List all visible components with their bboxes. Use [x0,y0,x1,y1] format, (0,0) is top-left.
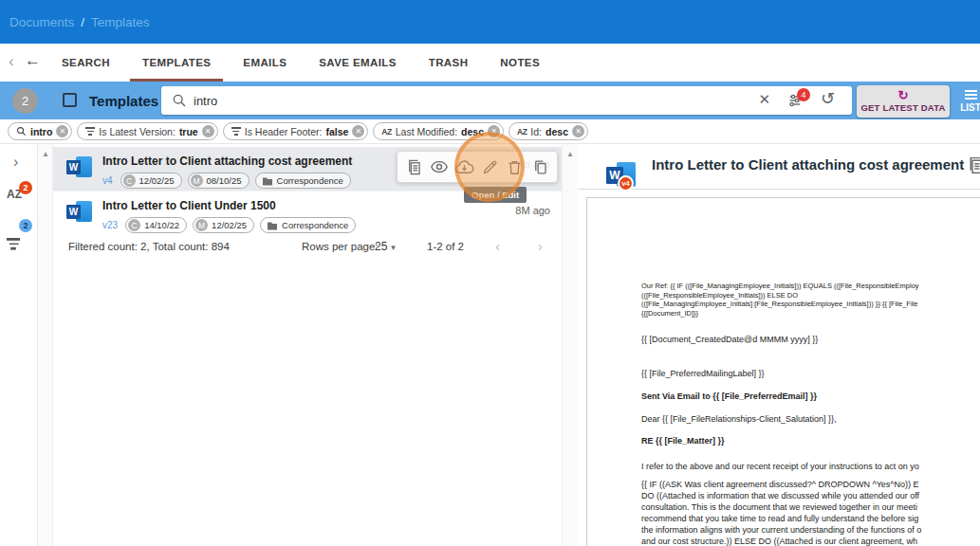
search-input-box[interactable]: ✕ 4 ↺ [161,86,852,115]
list-scrollbar[interactable]: ▲ [562,144,577,546]
list-footer: Filtered count: 2, Total count: 894 Rows… [53,234,562,261]
category-chip: Correspondence [260,217,356,233]
version-badge: v4 [618,175,634,191]
folder-icon [262,176,273,186]
filter-icon [7,238,20,249]
rows-per-page-select[interactable]: 25▾ [375,240,396,253]
category-chip: Correspondence [255,173,351,189]
chip-query[interactable]: intro ✕ [8,122,72,140]
copy-icon [531,158,549,176]
back-arrow-icon[interactable]: ← [25,51,41,70]
chip-is-latest-version[interactable]: Is Latest Version:true ✕ [77,122,217,140]
chip-is-header-footer[interactable]: Is Header Footer:false ✕ [223,122,369,140]
document-content: Our Ref: {{ IF (([File_ManagingEmployee_… [641,282,980,546]
filter-settings-icon[interactable]: 4 [787,93,803,108]
scroll-up-icon[interactable]: ▲ [38,150,53,158]
preview-header: W v4 Intro Letter to Client attaching co… [578,144,980,190]
search-input[interactable] [194,86,611,115]
page-title: Templates [89,82,158,119]
tab-templates[interactable]: TEMPLATES [126,44,227,82]
remove-chip-icon[interactable]: ✕ [202,125,214,137]
modified-date-chip: M 12/02/25 [193,217,254,233]
remove-chip-icon[interactable]: ✕ [352,125,364,137]
top-bar: Documents / Templates [0,0,980,44]
selected-count-badge: 2 [12,88,38,114]
copy-content-button[interactable] [402,155,425,178]
scroll-up-icon[interactable]: ▲ [563,150,578,158]
preview-button[interactable] [428,155,451,178]
next-page-icon[interactable]: › [538,238,543,254]
template-title: Intro Letter to Client Under 1500 [102,199,356,212]
copy-content-button[interactable] [966,155,980,175]
search-icon [172,93,187,108]
trash-icon [506,158,524,176]
sort-alpha-icon: AZ [381,127,391,136]
chevron-down-icon: ▾ [391,243,396,252]
filter-chips-row: intro ✕ Is Latest Version:true ✕ Is Head… [0,119,980,144]
tab-notes[interactable]: NOTES [484,44,556,82]
breadcrumb-separator: / [81,15,84,29]
breadcrumb-documents[interactable]: Documents [9,15,74,29]
select-all-checkbox[interactable] [63,93,77,107]
sort-count-badge: 2 [19,181,32,194]
chip-id[interactable]: AZ Id:desc ✕ [508,122,588,140]
pencil-icon [481,158,499,176]
word-file-icon: W [66,201,92,224]
list-icon [965,90,977,100]
created-date-chip: C 14/10/22 [125,217,187,233]
get-latest-data-button[interactable]: ↻ GET LATEST DATA [857,85,950,118]
filter-icon [231,127,241,136]
open-edit-tooltip: Open / Edit [464,187,527,203]
preview-title: Intro Letter to Client attaching cost ag… [652,156,964,173]
filter-count-badge: 2 [19,219,32,232]
collapse-chevron-icon[interactable]: ‹ [9,52,14,71]
result-counts: Filtered count: 2, Total count: 894 [68,241,230,252]
delete-button[interactable] [504,155,527,178]
chip-last-modified[interactable]: AZ Last Modified:desc ✕ [373,122,504,140]
cloud-download-icon [454,157,474,177]
breadcrumb: Documents / Templates [9,0,150,44]
tab-search[interactable]: SEARCH [46,44,126,82]
previous-page-icon[interactable]: ‹ [495,238,500,254]
document-lines-icon [405,158,423,176]
tab-save-emails[interactable]: SAVE EMAILS [303,44,413,82]
edit-button[interactable] [478,155,501,178]
tab-bar: ‹ ← SEARCH TEMPLATES EMAILS SAVE EMAILS … [0,44,980,82]
clear-search-icon[interactable]: ✕ [758,91,770,108]
refresh-icon: ↻ [898,90,909,101]
results-list: W Intro Letter to Client attaching cost … [53,144,562,546]
preview-panel: W v4 Intro Letter to Client attaching co… [578,144,980,546]
left-scrollbar[interactable]: ▲ [38,144,53,546]
expand-sidebar-icon[interactable]: › [13,154,18,171]
template-title: Intro Letter to Client attaching cost ag… [102,155,352,168]
breadcrumb-templates[interactable]: Templates [91,15,150,29]
last-modified-ago: 8M ago [515,205,550,216]
created-date-chip: C 12/02/25 [120,173,182,189]
filter-icon [85,127,95,136]
download-button[interactable] [453,155,476,178]
folder-icon [267,221,278,230]
word-file-icon: W [66,156,92,179]
list-view-button[interactable]: LIST [954,85,980,118]
search-icon [16,126,27,136]
eye-icon [430,157,449,176]
rows-per-page-label: Rows per page: [302,241,379,252]
remove-chip-icon[interactable]: ✕ [56,125,68,137]
row-hover-toolbar [397,151,558,183]
word-file-icon: W v4 [606,162,636,189]
remove-chip-icon[interactable]: ✕ [572,125,584,137]
tab-emails[interactable]: EMAILS [227,44,303,82]
sort-alpha-icon: AZ [517,127,527,136]
remove-chip-icon[interactable]: ✕ [488,125,500,137]
search-history-icon[interactable]: ↺ [821,88,835,109]
version-label: v23 [102,220,118,230]
modified-date-chip: M 08/10/25 [188,173,250,189]
duplicate-button[interactable] [529,155,552,178]
filter-count-badge: 4 [797,88,810,101]
sidebar-filter-button[interactable]: 2 [7,226,16,246]
version-label: v4 [102,175,113,186]
sidebar: › AZ 2 2 [0,144,38,546]
tab-trash[interactable]: TRASH [413,44,485,82]
document-page[interactable]: Our Ref: {{ IF (([File_ManagingEmployee_… [586,197,980,546]
sidebar-sort-button[interactable]: AZ 2 [7,188,22,201]
